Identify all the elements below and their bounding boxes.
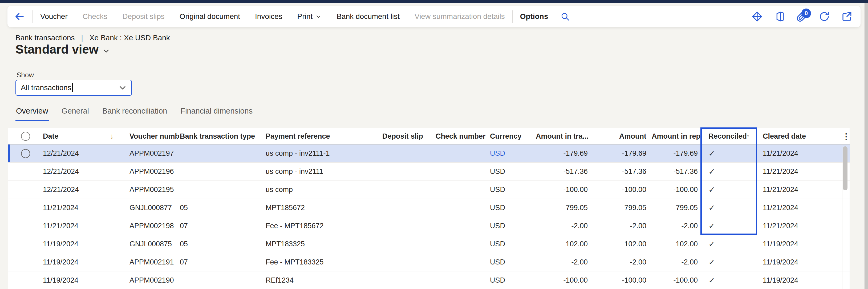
breadcrumb: Bank transactions | Xe Bank : Xe USD Ban…: [16, 34, 170, 42]
cell-currency[interactable]: USD: [488, 199, 536, 217]
page-title: Standard view: [16, 42, 110, 57]
table-row[interactable]: 12/21/2024 APPM002197 us comp - inv2111-…: [8, 144, 850, 163]
cell-reconciled: ✓: [701, 144, 756, 163]
col-header-reconciled[interactable]: Reconciled: [701, 128, 756, 144]
cell-currency[interactable]: USD: [488, 253, 536, 271]
cell-currency[interactable]: USD: [488, 217, 536, 235]
col-header-amount-in-transaction[interactable]: Amount in tra...: [536, 128, 593, 144]
cell-deposit: [381, 199, 435, 217]
cell-amount: -100.00: [593, 181, 652, 199]
col-header-cleared-date[interactable]: Cleared date: [756, 128, 842, 144]
cell-cleared: 11/21/2024: [756, 181, 842, 199]
cell-currency[interactable]: USD: [488, 144, 536, 163]
invoices-button[interactable]: Invoices: [255, 12, 282, 21]
voucher-button[interactable]: Voucher: [40, 12, 68, 21]
options-button[interactable]: Options: [520, 12, 548, 21]
row-select-radio[interactable]: [8, 271, 43, 289]
table-row[interactable]: 11/19/2024 APPM002190 REf1234 USD -100.0…: [8, 271, 850, 289]
bank-document-list-button[interactable]: Bank document list: [337, 12, 400, 21]
table-row[interactable]: 12/21/2024 APPM002196 us comp - inv2111 …: [8, 163, 850, 181]
refresh-button[interactable]: [818, 11, 830, 22]
col-header-deposit-slip[interactable]: Deposit slip: [381, 128, 435, 144]
cell-voucher: APPM002197: [118, 144, 179, 163]
bank-transactions-grid: Date↓ Voucher number Bank transaction ty…: [8, 128, 850, 289]
table-row[interactable]: 12/21/2024 APPM002195 us comp USD -100.0…: [8, 181, 850, 199]
cell-cleared: 11/19/2024: [756, 235, 842, 253]
col-header-currency[interactable]: Currency: [488, 128, 536, 144]
print-menu-button[interactable]: Print: [297, 12, 322, 21]
view-summarization-details-button: View summarization details: [414, 12, 505, 21]
row-select-radio[interactable]: [8, 235, 43, 253]
cell-amount: -2.00: [593, 217, 652, 235]
cell-voucher: APPM002191: [118, 253, 179, 271]
scrollbar-gutter-cell: [842, 217, 850, 235]
attachments-button[interactable]: 0: [796, 11, 808, 22]
cell-type: [179, 271, 264, 289]
cell-reconciled: ✓: [701, 235, 756, 253]
col-header-date[interactable]: Date↓: [43, 128, 118, 144]
table-row[interactable]: 11/21/2024 GNJL000877 05 MPT185672 USD 7…: [8, 199, 850, 217]
cell-currency[interactable]: USD: [488, 163, 536, 181]
row-select-radio[interactable]: [8, 217, 43, 235]
cell-payref: REf1234: [264, 271, 381, 289]
office-apps-button[interactable]: [774, 11, 785, 22]
combobox-chevron-down-icon[interactable]: [118, 83, 127, 92]
col-header-amount-in-reporting[interactable]: Amount in rep...: [652, 128, 701, 144]
row-select-radio[interactable]: [8, 163, 43, 181]
show-combobox[interactable]: All transactions: [16, 80, 132, 96]
dynamics-diamond-button[interactable]: [751, 11, 763, 22]
cell-reconciled: ✓: [701, 271, 756, 289]
cell-deposit: [381, 271, 435, 289]
search-button[interactable]: [560, 12, 570, 21]
breadcrumb-page[interactable]: Bank transactions: [16, 34, 75, 42]
scrollbar-gutter-cell: [842, 235, 850, 253]
attachments-count-badge: 0: [801, 8, 811, 18]
tab-overview[interactable]: Overview: [16, 107, 49, 121]
grid-body: 12/21/2024 APPM002197 us comp - inv2111-…: [8, 144, 850, 289]
row-select-radio[interactable]: [8, 181, 43, 199]
select-all-radio[interactable]: [8, 128, 43, 144]
cell-amt_tra: -100.00: [536, 181, 593, 199]
cell-date: 11/19/2024: [43, 253, 118, 271]
open-in-new-window-button[interactable]: [841, 11, 852, 22]
cell-date: 11/21/2024: [43, 217, 118, 235]
col-header-amount[interactable]: Amount: [593, 128, 652, 144]
filter-funnel-icon[interactable]: [747, 132, 749, 140]
cell-amt_rep: -2.00: [652, 217, 701, 235]
cell-type: 05: [179, 235, 264, 253]
cell-amt_tra: 102.00: [536, 235, 593, 253]
cell-check: [435, 144, 488, 163]
col-header-check-number[interactable]: Check number: [435, 128, 488, 144]
view-chevron-down-icon[interactable]: [102, 47, 110, 55]
cell-reconciled: ✓: [701, 163, 756, 181]
original-document-button[interactable]: Original document: [180, 12, 240, 21]
tab-financial-dimensions[interactable]: Financial dimensions: [180, 107, 253, 121]
cell-amt_rep: -179.69: [652, 144, 701, 163]
browser-top-strip: [0, 0, 868, 3]
grid-vertical-scrollbar[interactable]: [843, 146, 847, 190]
dynamics-diamond-icon: [751, 11, 763, 22]
cell-deposit: [381, 163, 435, 181]
cell-currency[interactable]: USD: [488, 271, 536, 289]
table-row[interactable]: 11/21/2024 APPM002198 07 Fee - MPT185672…: [8, 217, 850, 235]
cell-deposit: [381, 144, 435, 163]
col-header-voucher-number[interactable]: Voucher number: [118, 128, 179, 144]
col-header-bank-transaction-type[interactable]: Bank transaction type: [179, 128, 264, 144]
cell-date: 11/21/2024: [43, 199, 118, 217]
cell-check: [435, 199, 488, 217]
cell-cleared: 11/19/2024: [756, 253, 842, 271]
row-select-radio[interactable]: [8, 199, 43, 217]
row-select-radio[interactable]: [8, 253, 43, 271]
table-row[interactable]: 11/19/2024 GNJL000875 05 MPT183325 USD 1…: [8, 235, 850, 253]
cell-currency[interactable]: USD: [488, 235, 536, 253]
window-scrollbar-thumb[interactable]: [865, 3, 868, 289]
tab-bank-reconciliation[interactable]: Bank reconciliation: [102, 107, 167, 121]
back-button[interactable]: [14, 11, 25, 22]
grid-header-kebab[interactable]: ⋮: [842, 128, 850, 144]
col-header-payment-reference[interactable]: Payment reference: [264, 128, 381, 144]
table-row[interactable]: 11/19/2024 APPM002191 07 Fee - MPT183325…: [8, 253, 850, 271]
cell-currency[interactable]: USD: [488, 181, 536, 199]
tab-general[interactable]: General: [61, 107, 90, 121]
row-select-radio[interactable]: [8, 144, 43, 163]
cell-reconciled: ✓: [701, 181, 756, 199]
